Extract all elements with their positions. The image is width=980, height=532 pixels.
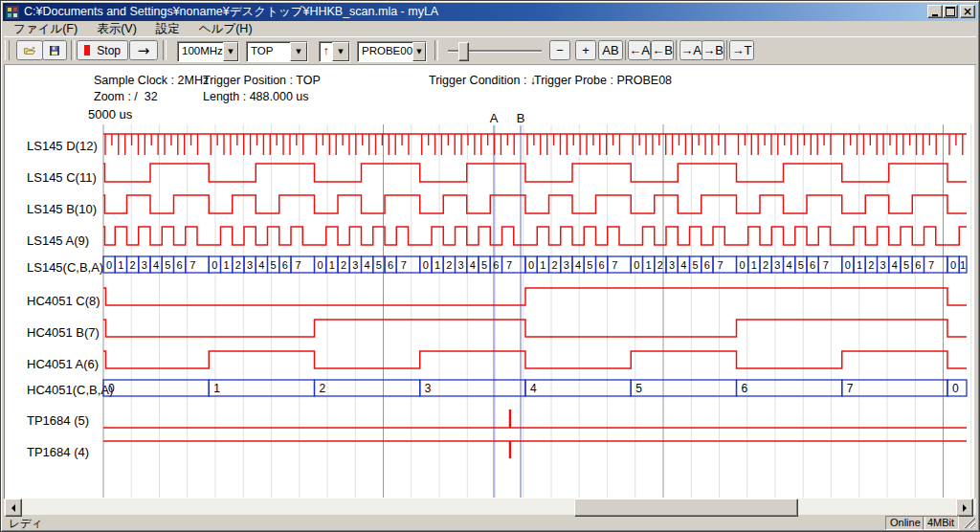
menu-view[interactable]: 表示(V) <box>87 22 146 36</box>
signal-label[interactable]: HC4051 B(7) <box>27 325 100 340</box>
bus-cell <box>737 380 842 396</box>
bus-value: 2 <box>341 259 346 271</box>
signal-label[interactable]: LS145 C(11) <box>27 170 97 185</box>
stop-button[interactable]: Stop <box>77 40 128 60</box>
zoom-in-button[interactable]: + <box>575 40 596 60</box>
chevron-down-icon[interactable]: ▼ <box>412 42 426 61</box>
signal-label[interactable]: LS145(C,B,A) <box>27 260 103 275</box>
bus-value: 7 <box>718 259 724 271</box>
bus-value: 2 <box>235 259 241 271</box>
bus-cell <box>209 380 314 396</box>
trigger-position-combobox[interactable]: TOP ▼ <box>246 41 308 62</box>
signal-label[interactable]: TP1684 (5) <box>27 413 89 428</box>
signal-label[interactable]: LS145 B(10) <box>27 202 97 216</box>
menu-file[interactable]: ファイル(F) <box>4 22 87 36</box>
bus-value: 0 <box>740 259 746 271</box>
trigger-edge-combobox[interactable]: ↑ ▼ <box>319 41 350 62</box>
signal-trace <box>103 227 967 245</box>
bus-value: 4 <box>470 259 476 271</box>
signal-row-8: HC4051(C,B,A)012345670 <box>27 380 967 397</box>
chevron-down-icon[interactable]: ▼ <box>223 42 238 61</box>
close-button[interactable]: × <box>960 5 975 18</box>
bus-value: 5 <box>798 259 804 271</box>
signal-row-0: LS145 D(12) <box>27 134 967 155</box>
bus-value: 0 <box>423 259 429 271</box>
bus-value: 3 <box>425 382 432 395</box>
bus-value: 3 <box>247 259 253 271</box>
title-bar[interactable]: C:¥Documents and Settings¥noname¥デスクトップ¥… <box>3 3 977 21</box>
status-memory-badge: 4MBit <box>923 516 959 530</box>
bus-value: 1 <box>857 259 862 271</box>
zoom-out-button[interactable]: − <box>549 40 570 60</box>
bus-value: 4 <box>680 259 686 271</box>
sample-clock-combobox[interactable]: 100MHz ▼ <box>177 41 239 62</box>
goto-marker-b-button[interactable]: ←B <box>651 40 674 60</box>
save-button[interactable] <box>42 40 67 60</box>
bus-value: 1 <box>434 259 440 271</box>
chevron-down-icon[interactable]: ▼ <box>290 42 307 61</box>
menu-settings[interactable]: 設定 <box>146 22 189 36</box>
bus-value: 1 <box>960 259 966 271</box>
run-button[interactable]: → <box>129 40 158 60</box>
bus-value: 2 <box>552 259 558 271</box>
goto-marker-a-button[interactable]: ←A <box>628 40 651 60</box>
bus-value: 0 <box>108 382 115 395</box>
scrollbar-thumb[interactable] <box>574 499 798 517</box>
bus-value: 0 <box>528 259 534 271</box>
minimize-button[interactable] <box>927 5 943 18</box>
bus-value: 3 <box>774 259 780 271</box>
signal-row-2: LS145 B(10) <box>27 195 967 216</box>
bus-value: 6 <box>388 259 393 271</box>
bus-value: 3 <box>142 259 147 271</box>
maximize-button[interactable] <box>943 5 958 18</box>
status-online-badge: Online <box>885 516 925 530</box>
bus-value: 7 <box>296 259 301 271</box>
bus-value: 0 <box>950 259 956 271</box>
bus-value: 2 <box>657 259 663 271</box>
bus-value: 1 <box>646 259 652 271</box>
set-marker-a-button[interactable]: →A <box>679 40 702 60</box>
goto-trigger-button[interactable]: →T <box>729 40 754 60</box>
set-marker-b-button[interactable]: →B <box>702 40 724 60</box>
bus-value: 5 <box>903 259 909 271</box>
zoom-slider-thumb[interactable] <box>458 42 469 61</box>
app-icon[interactable] <box>6 6 19 19</box>
bus-value: 2 <box>868 259 874 271</box>
trigger-probe-combobox[interactable]: PROBE00 ▼ <box>357 41 427 62</box>
menu-help[interactable]: ヘルプ(H) <box>189 22 262 36</box>
trigger-probe-info: Trigger Probe : PROBE08 <box>534 74 672 87</box>
toolbar-separator <box>163 40 167 60</box>
zoom-ab-button[interactable]: AB <box>598 40 623 60</box>
bus-value: 4 <box>530 382 537 395</box>
signal-label[interactable]: LS145 D(12) <box>27 139 98 153</box>
stop-icon <box>84 45 90 55</box>
bus-value: 5 <box>587 259 592 271</box>
length-info: Length : 488.000 us <box>203 90 309 103</box>
signal-row-9: TP1684 (5) <box>27 410 967 428</box>
bus-value: 0 <box>212 259 217 271</box>
chevron-down-icon[interactable]: ▼ <box>332 42 349 61</box>
bus-cell <box>420 380 525 396</box>
bus-cell <box>315 380 420 396</box>
open-button[interactable] <box>16 40 43 60</box>
bus-value: 6 <box>810 259 815 271</box>
horizontal-scrollbar[interactable] <box>4 499 976 515</box>
marker-a-label[interactable]: A <box>490 111 499 125</box>
marker-b-label[interactable]: B <box>517 111 525 125</box>
toolbar: Stop → 100MHz ▼ TOP ▼ ↑ ▼ PROBE00 ▼ − + … <box>4 36 976 65</box>
signal-label[interactable]: HC4051 C(8) <box>27 294 100 308</box>
scroll-right-button[interactable] <box>956 499 973 517</box>
signal-trace <box>103 195 967 213</box>
trigger-condition-info: Trigger Condition : ↓ <box>429 74 536 87</box>
signal-label[interactable]: TP1684 (4) <box>27 445 89 459</box>
signal-label[interactable]: HC4051(C,B,A) <box>27 383 113 397</box>
signal-label[interactable]: LS145 A(9) <box>27 233 89 248</box>
waveform-display[interactable]: 5000 usABLS145 D(12)LS145 C(11)LS145 B(1… <box>5 65 973 498</box>
bus-value: 7 <box>823 259 829 271</box>
signal-label[interactable]: HC4051 A(6) <box>27 357 99 371</box>
bus-value: 1 <box>540 259 546 271</box>
bus-value: 1 <box>118 259 123 271</box>
resize-grip[interactable] <box>964 517 975 528</box>
floppy-disk-icon <box>50 43 59 58</box>
scroll-left-button[interactable] <box>5 499 22 517</box>
